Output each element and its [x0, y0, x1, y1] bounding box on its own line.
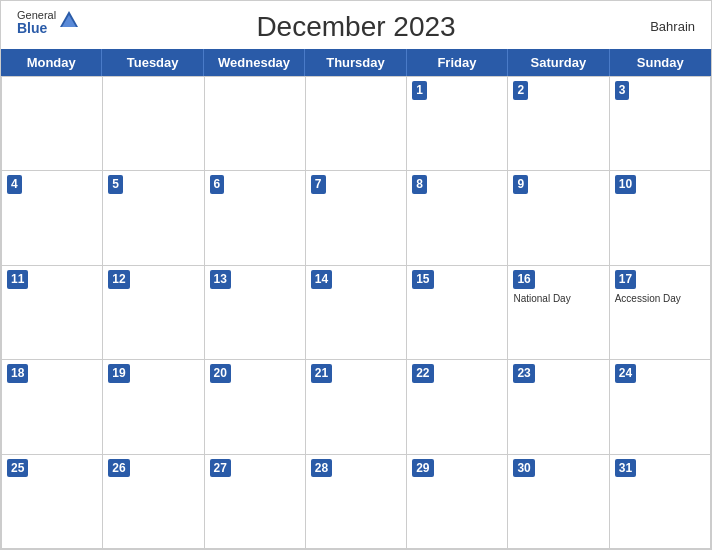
day-cell: 21 [306, 360, 407, 454]
day-cell: 8 [407, 171, 508, 265]
day-header-monday: Monday [1, 49, 102, 76]
day-cell [205, 77, 306, 171]
day-cell: 25 [2, 455, 103, 549]
day-cell [306, 77, 407, 171]
day-number: 3 [615, 81, 630, 100]
day-number: 4 [7, 175, 22, 194]
logo-blue-text: Blue [17, 21, 56, 36]
day-number: 24 [615, 364, 636, 383]
day-number: 21 [311, 364, 332, 383]
day-headers: Monday Tuesday Wednesday Thursday Friday… [1, 49, 711, 76]
day-cell: 31 [610, 455, 711, 549]
day-number: 17 [615, 270, 636, 289]
day-cell: 24 [610, 360, 711, 454]
day-cell: 15 [407, 266, 508, 360]
day-cell [2, 77, 103, 171]
day-number: 9 [513, 175, 528, 194]
day-number: 13 [210, 270, 231, 289]
logo: General Blue [17, 9, 56, 36]
day-number: 29 [412, 459, 433, 478]
day-header-tuesday: Tuesday [102, 49, 203, 76]
day-cell: 18 [2, 360, 103, 454]
day-cell: 27 [205, 455, 306, 549]
day-cell: 3 [610, 77, 711, 171]
day-header-sunday: Sunday [610, 49, 711, 76]
day-number: 23 [513, 364, 534, 383]
day-cell: 13 [205, 266, 306, 360]
day-header-thursday: Thursday [305, 49, 406, 76]
day-number: 18 [7, 364, 28, 383]
day-cell: 9 [508, 171, 609, 265]
day-cell: 6 [205, 171, 306, 265]
day-cell: 1 [407, 77, 508, 171]
event-label: Accession Day [615, 292, 705, 305]
day-number: 22 [412, 364, 433, 383]
day-cell: 2 [508, 77, 609, 171]
day-cell: 22 [407, 360, 508, 454]
day-cell: 4 [2, 171, 103, 265]
day-number: 16 [513, 270, 534, 289]
day-cell: 30 [508, 455, 609, 549]
logo-icon [60, 11, 78, 27]
day-cell: 12 [103, 266, 204, 360]
day-number: 8 [412, 175, 427, 194]
day-number: 11 [7, 270, 28, 289]
day-number: 31 [615, 459, 636, 478]
day-number: 25 [7, 459, 28, 478]
day-cell: 11 [2, 266, 103, 360]
day-cell: 16National Day [508, 266, 609, 360]
day-cell: 17Accession Day [610, 266, 711, 360]
day-number: 15 [412, 270, 433, 289]
day-cell: 14 [306, 266, 407, 360]
day-cell: 23 [508, 360, 609, 454]
day-number: 20 [210, 364, 231, 383]
day-cell: 10 [610, 171, 711, 265]
day-number: 10 [615, 175, 636, 194]
day-number: 30 [513, 459, 534, 478]
day-cell [103, 77, 204, 171]
day-cell: 26 [103, 455, 204, 549]
day-cell: 29 [407, 455, 508, 549]
day-header-wednesday: Wednesday [204, 49, 305, 76]
day-cell: 7 [306, 171, 407, 265]
event-label: National Day [513, 292, 603, 305]
day-number: 12 [108, 270, 129, 289]
day-number: 7 [311, 175, 326, 194]
day-number: 6 [210, 175, 225, 194]
day-header-friday: Friday [407, 49, 508, 76]
day-number: 1 [412, 81, 427, 100]
day-number: 5 [108, 175, 123, 194]
day-number: 26 [108, 459, 129, 478]
calendar-grid: 12345678910111213141516National Day17Acc… [1, 76, 711, 549]
calendar-title: December 2023 [256, 11, 455, 43]
day-number: 14 [311, 270, 332, 289]
day-number: 27 [210, 459, 231, 478]
day-number: 19 [108, 364, 129, 383]
calendar-container: General Blue December 2023 Bahrain Monda… [0, 0, 712, 550]
day-cell: 20 [205, 360, 306, 454]
day-header-saturday: Saturday [508, 49, 609, 76]
day-cell: 19 [103, 360, 204, 454]
calendar-header: General Blue December 2023 Bahrain [1, 1, 711, 49]
day-number: 2 [513, 81, 528, 100]
day-cell: 28 [306, 455, 407, 549]
day-number: 28 [311, 459, 332, 478]
country-label: Bahrain [650, 19, 695, 34]
day-cell: 5 [103, 171, 204, 265]
